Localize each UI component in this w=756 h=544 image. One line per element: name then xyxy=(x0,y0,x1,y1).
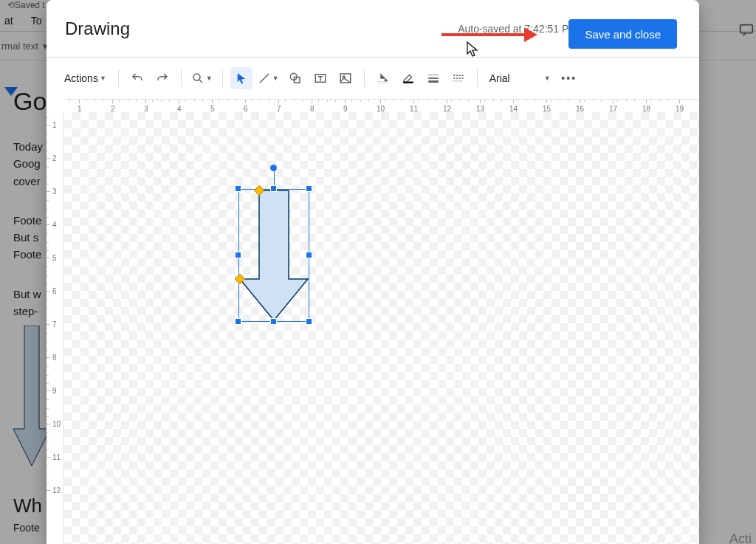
resize-handle-sw[interactable] xyxy=(235,318,241,325)
select-tool[interactable] xyxy=(230,67,252,89)
drawing-toolbar: Actions▼ ▼ ▼ xyxy=(47,58,699,99)
image-tool[interactable] xyxy=(334,67,357,89)
fill-color-button[interactable] xyxy=(372,67,394,89)
actions-menu[interactable]: Actions▼ xyxy=(60,67,111,89)
resize-handle-e[interactable] xyxy=(306,252,312,258)
undo-button[interactable] xyxy=(126,67,148,89)
rotate-handle[interactable] xyxy=(270,165,277,171)
horizontal-ruler: 12345678910111213141516171819 xyxy=(64,99,699,112)
cursor-icon xyxy=(467,41,480,61)
redo-button[interactable] xyxy=(151,67,173,89)
zoom-button[interactable]: ▼ xyxy=(189,67,215,89)
drawing-canvas[interactable] xyxy=(64,112,699,544)
drawing-dialog: Drawing Auto-saved at 7:42:51 PM Save an… xyxy=(47,0,699,544)
resize-handle-ne[interactable] xyxy=(306,185,312,192)
line-tool[interactable]: ▼ xyxy=(255,67,281,89)
more-options-button[interactable]: ••• xyxy=(558,67,580,89)
svg-rect-8 xyxy=(378,82,388,83)
resize-handle-n[interactable] xyxy=(270,185,277,192)
svg-rect-9 xyxy=(403,82,413,83)
resize-handle-w[interactable] xyxy=(235,252,241,258)
svg-point-2 xyxy=(193,74,200,80)
border-color-button[interactable] xyxy=(397,67,419,89)
selected-shape-arrow[interactable] xyxy=(238,189,309,322)
resize-handle-nw[interactable] xyxy=(235,185,241,192)
font-selector[interactable]: Arial▼ xyxy=(485,67,555,89)
border-dash-button[interactable] xyxy=(447,67,470,89)
resize-handle-se[interactable] xyxy=(306,318,312,325)
vertical-ruler: 123456789101112 xyxy=(47,112,64,544)
textbox-tool[interactable] xyxy=(309,67,331,89)
save-and-close-button[interactable]: Save and close xyxy=(568,19,677,49)
border-weight-button[interactable] xyxy=(422,67,444,89)
resize-handle-s[interactable] xyxy=(270,318,277,325)
annotation-arrow xyxy=(441,30,537,40)
dialog-title: Drawing xyxy=(65,18,130,39)
shape-tool[interactable] xyxy=(284,67,306,89)
